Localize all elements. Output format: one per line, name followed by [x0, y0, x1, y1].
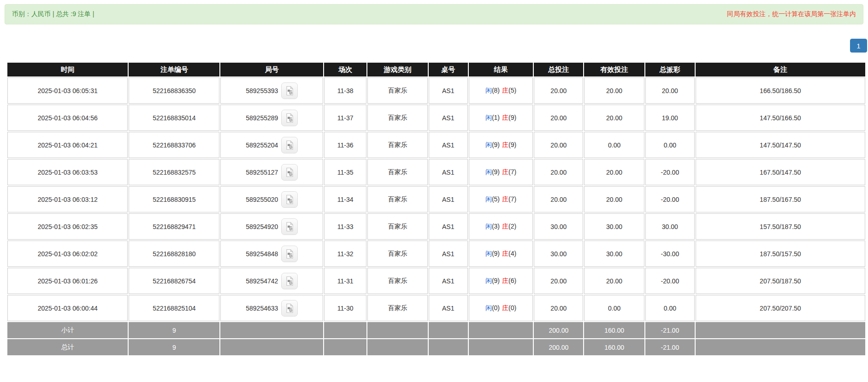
- summary-count: 9: [129, 322, 219, 338]
- cell-result: 闲(0)庄(0): [469, 295, 533, 321]
- cell-result: 闲(9)庄(6): [469, 268, 533, 294]
- result-player-label: 闲: [485, 250, 492, 257]
- result-banker-label: 庄: [502, 87, 508, 94]
- cell-valid-bet: 20.00: [584, 77, 644, 104]
- cell-payout: -20.00: [645, 268, 695, 294]
- replay-button[interactable]: [281, 218, 298, 235]
- result-player-label: 闲: [485, 304, 492, 311]
- cell-valid-bet: 20.00: [584, 105, 644, 131]
- column-header: 总投注: [534, 63, 583, 76]
- cell-valid-bet: 0.00: [584, 132, 644, 158]
- cell-table-number: AS1: [429, 295, 468, 321]
- result-player-label: 闲: [485, 114, 492, 121]
- cell-remark: 166.50/186.50: [696, 77, 865, 104]
- summary-count: 9: [129, 339, 219, 355]
- table-row: 2025-01-03 06:02:35 522168829471 5892549…: [7, 213, 865, 240]
- cell-bet-number: 522168832575: [129, 159, 219, 185]
- cell-table-number: AS1: [429, 77, 468, 104]
- replay-button[interactable]: [281, 273, 298, 289]
- cell-valid-bet: 20.00: [584, 159, 644, 185]
- cell-remark: 187.50/157.50: [696, 241, 865, 267]
- summary-valid-bet: 160.00: [584, 322, 644, 338]
- cell-time: 2025-01-03 06:02:35: [7, 213, 128, 240]
- cell-remark: 157.50/187.50: [696, 213, 865, 240]
- column-header: 局号: [220, 63, 323, 76]
- table-body: 2025-01-03 06:05:31 522168836350 5892553…: [7, 77, 865, 321]
- cell-game-type: 百家乐: [367, 105, 428, 131]
- table-row: 2025-01-03 06:02:02 522168828180 5892548…: [7, 241, 865, 267]
- summary-label: 小计: [7, 322, 128, 338]
- result-player-points: (0): [492, 304, 500, 311]
- video-replay-icon: [284, 248, 295, 259]
- cell-game-type: 百家乐: [367, 186, 428, 212]
- bet-records-table: 时间注单编号局号场次游戏类别桌号结果总投注有效投注总派彩备注 2025-01-0…: [6, 62, 866, 356]
- cell-round-number: 589254920: [220, 213, 323, 240]
- cell-session: 11-30: [324, 295, 366, 321]
- result-banker-label: 庄: [502, 277, 508, 284]
- replay-button[interactable]: [281, 164, 298, 181]
- cell-result: 闲(5)庄(7): [469, 186, 533, 212]
- cell-round-number: 589255020: [220, 186, 323, 212]
- cell-remark: 207.50/207.50: [696, 295, 865, 321]
- column-header: 桌号: [429, 63, 468, 76]
- round-number-text: 589255289: [246, 114, 278, 122]
- cell-total-bet: 30.00: [534, 213, 583, 240]
- video-replay-icon: [284, 112, 295, 123]
- cell-table-number: AS1: [429, 241, 468, 267]
- cell-bet-number: 522168825104: [129, 295, 219, 321]
- result-player-label: 闲: [485, 277, 492, 284]
- cell-session: 11-31: [324, 268, 366, 294]
- summary-total-bet: 200.00: [534, 339, 583, 355]
- replay-button[interactable]: [281, 191, 298, 208]
- cell-valid-bet: 30.00: [584, 213, 644, 240]
- replay-button[interactable]: [281, 246, 298, 262]
- cell-payout: 20.00: [645, 77, 695, 104]
- cell-game-type: 百家乐: [367, 77, 428, 104]
- result-banker-points: (0): [508, 304, 516, 311]
- result-player-label: 闲: [485, 223, 492, 230]
- replay-button[interactable]: [281, 82, 298, 99]
- table-row: 2025-01-03 06:00:44 522168825104 5892546…: [7, 295, 865, 321]
- replay-button[interactable]: [281, 110, 298, 126]
- summary-row: 小计 9 200.00 160.00 -21.00: [7, 322, 865, 338]
- cell-result: 闲(1)庄(9): [469, 105, 533, 131]
- cell-game-type: 百家乐: [367, 268, 428, 294]
- column-header: 注单编号: [129, 63, 219, 76]
- cell-game-type: 百家乐: [367, 295, 428, 321]
- result-banker-points: (7): [508, 168, 516, 176]
- replay-button[interactable]: [281, 300, 298, 317]
- video-replay-icon: [284, 221, 295, 232]
- column-header: 备注: [696, 63, 865, 76]
- cell-total-bet: 30.00: [534, 241, 583, 267]
- video-replay-icon: [284, 276, 295, 287]
- result-player-points: (9): [492, 141, 500, 148]
- cell-time: 2025-01-03 06:05:31: [7, 77, 128, 104]
- page-button-1[interactable]: 1: [850, 39, 867, 53]
- cell-time: 2025-01-03 06:00:44: [7, 295, 128, 321]
- video-replay-icon: [284, 194, 295, 205]
- result-player-points: (9): [492, 250, 500, 257]
- result-player-points: (3): [492, 223, 500, 230]
- video-replay-icon: [284, 303, 295, 314]
- cell-payout: -20.00: [645, 186, 695, 212]
- cell-remark: 147.50/166.50: [696, 105, 865, 131]
- column-header: 有效投注: [584, 63, 644, 76]
- round-number-text: 589254742: [246, 277, 278, 285]
- cell-round-number: 589254633: [220, 295, 323, 321]
- result-player-points: (5): [492, 195, 500, 203]
- cell-table-number: AS1: [429, 268, 468, 294]
- cell-round-number: 589254848: [220, 241, 323, 267]
- round-number-text: 589255204: [246, 141, 278, 149]
- cell-time: 2025-01-03 06:02:02: [7, 241, 128, 267]
- cell-session: 11-37: [324, 105, 366, 131]
- round-number-text: 589255127: [246, 169, 278, 176]
- table-row: 2025-01-03 06:05:31 522168836350 5892553…: [7, 77, 865, 104]
- column-header: 时间: [7, 63, 128, 76]
- cell-game-type: 百家乐: [367, 213, 428, 240]
- cell-result: 闲(8)庄(5): [469, 77, 533, 104]
- column-header: 总派彩: [645, 63, 695, 76]
- cell-valid-bet: 0.00: [584, 295, 644, 321]
- table-header-row: 时间注单编号局号场次游戏类别桌号结果总投注有效投注总派彩备注: [7, 63, 865, 76]
- replay-button[interactable]: [281, 137, 298, 153]
- cell-bet-number: 522168826754: [129, 268, 219, 294]
